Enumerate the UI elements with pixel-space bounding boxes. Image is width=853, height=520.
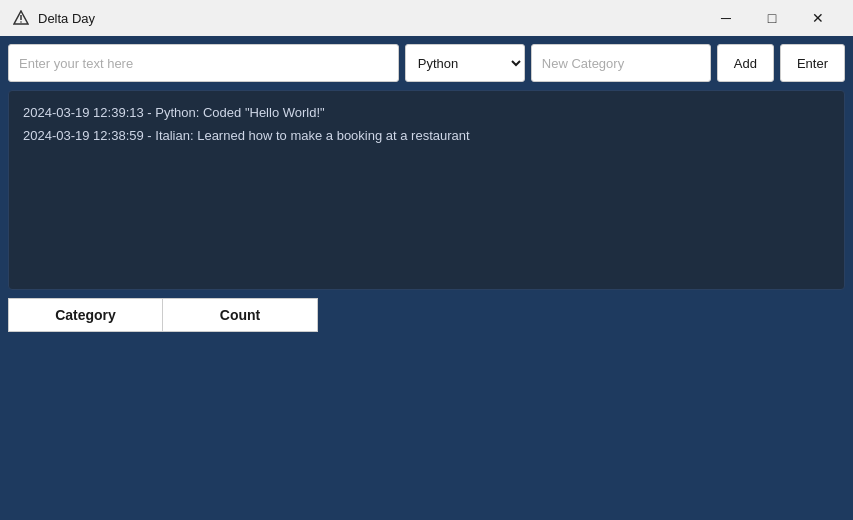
main-content: Python Italian Other Add Enter 2024-03-1… [0,36,853,520]
add-button[interactable]: Add [717,44,774,82]
maximize-button[interactable]: □ [749,0,795,36]
app-title: Delta Day [38,11,703,26]
column-header-count: Count [163,299,317,331]
log-entry-2: 2024-03-19 12:38:59 - Italian: Learned h… [23,124,830,147]
close-button[interactable]: ✕ [795,0,841,36]
svg-point-2 [20,21,22,23]
column-header-category: Category [9,299,163,331]
title-bar: Delta Day ─ □ ✕ [0,0,853,36]
window-controls: ─ □ ✕ [703,0,841,36]
log-entry-1: 2024-03-19 12:39:13 - Python: Coded "Hel… [23,101,830,124]
log-area: 2024-03-19 12:39:13 - Python: Coded "Hel… [8,90,845,290]
app-icon [12,9,30,27]
toolbar: Python Italian Other Add Enter [8,44,845,82]
text-input[interactable] [8,44,399,82]
enter-button[interactable]: Enter [780,44,845,82]
category-select[interactable]: Python Italian Other [405,44,525,82]
table-area: Category Count [8,298,845,512]
new-category-input[interactable] [531,44,711,82]
table-header: Category Count [8,298,318,332]
minimize-button[interactable]: ─ [703,0,749,36]
